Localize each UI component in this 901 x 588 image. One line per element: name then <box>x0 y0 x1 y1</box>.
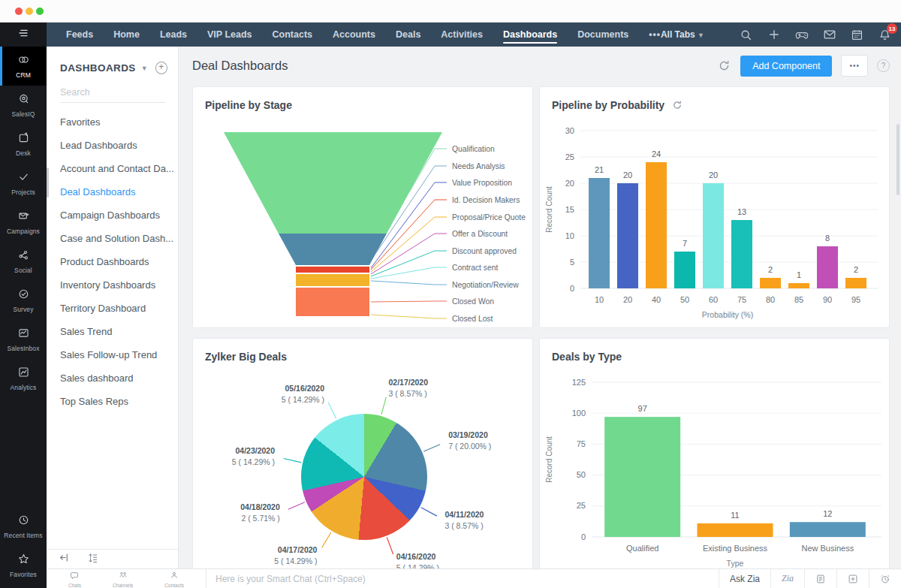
rail-item-social[interactable]: Social <box>0 242 47 281</box>
calendar-icon[interactable] <box>851 28 864 41</box>
bar-qualified[interactable] <box>604 417 680 537</box>
tab-vip-leads[interactable]: VIP Leads <box>207 23 252 47</box>
bar-40[interactable] <box>646 162 667 288</box>
quick-create-icon[interactable] <box>767 28 781 41</box>
reminder-clock-icon[interactable] <box>869 569 901 588</box>
notes-icon[interactable] <box>804 569 836 588</box>
sidebar-item-case-and-solution-dash[interactable]: Case and Solution Dash... <box>47 227 178 250</box>
sidebar-item-lead-dashboards[interactable]: Lead Dashboards <box>47 134 178 157</box>
pie-leader-line <box>421 508 437 516</box>
x-tick-label: 90 <box>823 295 832 304</box>
bar-85[interactable] <box>788 283 809 288</box>
bar-95[interactable] <box>845 278 866 288</box>
tab-leads[interactable]: Leads <box>160 23 187 47</box>
sidebar-item-campaign-dashboards[interactable]: Campaign Dashboards <box>47 204 178 227</box>
tab-feeds[interactable]: Feeds <box>66 23 93 47</box>
gamescope-icon[interactable] <box>795 28 809 41</box>
dashboards-sidebar: DASHBOARDS ▼ + FavoritesLead DashboardsA… <box>47 47 179 568</box>
bar-90[interactable] <box>817 246 838 288</box>
all-tabs-dropdown[interactable]: All Tabs ▼ <box>661 29 704 40</box>
bar-existing-business[interactable] <box>698 523 773 537</box>
bar-new-business[interactable] <box>790 522 866 537</box>
smart-chat-input[interactable] <box>206 574 719 584</box>
funnel-segment[interactable] <box>296 288 369 316</box>
bar-50[interactable] <box>674 252 695 288</box>
tab-dashboards[interactable]: Dashboards <box>503 23 557 47</box>
tab-activities[interactable]: Activities <box>441 23 483 47</box>
bar-60[interactable] <box>703 183 724 288</box>
rail-item-favorites[interactable]: Favorites <box>0 546 47 585</box>
sidebar-item-territory-dashboard[interactable]: Territory Dashboard <box>47 297 178 320</box>
chats-icon <box>70 569 79 583</box>
app-menu-button[interactable] <box>0 23 47 47</box>
sidebar-item-inventory-dashboards[interactable]: Inventory Dashboards <box>47 273 178 297</box>
notifications-bell-icon[interactable]: 13 <box>878 28 892 41</box>
dock-chats[interactable]: Chats <box>68 569 81 588</box>
help-button[interactable]: ? <box>877 59 890 72</box>
chart-refresh-icon[interactable] <box>672 100 683 111</box>
sidebar-title-caret-icon[interactable]: ▼ <box>141 65 148 72</box>
search-icon[interactable] <box>740 28 753 41</box>
dashboard-search-input[interactable] <box>60 85 165 103</box>
sidebar-item-sales-follow-up-trend[interactable]: Sales Follow-up Trend <box>47 343 178 366</box>
tab-accounts[interactable]: Accounts <box>333 23 375 47</box>
bar-75[interactable] <box>731 220 752 288</box>
minimize-window-button[interactable] <box>26 8 33 15</box>
rail-item-campaigns[interactable]: Campaigns <box>0 203 47 242</box>
funnel-segment[interactable] <box>279 234 387 265</box>
bar-80[interactable] <box>760 278 781 288</box>
refresh-dashboard-icon[interactable] <box>718 59 731 73</box>
app-rail: CRMSalesIQDeskProjectsCampaignsSocialSur… <box>0 47 47 588</box>
funnel-stage-label: Proposal/Price Quote <box>452 213 526 222</box>
sidebar-item-account-and-contact-da[interactable]: Account and Contact Da... <box>47 157 178 180</box>
rail-item-analytics[interactable]: Analytics <box>0 359 47 398</box>
tabs-overflow-button[interactable]: ••• <box>649 23 661 47</box>
bar-10[interactable] <box>589 178 610 288</box>
analytics-icon <box>17 366 30 381</box>
chevron-down-icon: ▼ <box>698 32 704 39</box>
funnel-segment[interactable] <box>296 267 369 273</box>
add-box-icon[interactable] <box>836 569 869 588</box>
funnel-segment[interactable] <box>224 132 442 234</box>
funnel-leader-line <box>371 281 447 285</box>
funnel-segment[interactable] <box>296 274 369 286</box>
sidebar-item-product-dashboards[interactable]: Product Dashboards <box>47 250 178 273</box>
close-window-button[interactable] <box>15 8 23 15</box>
sidebar-item-sales-trend[interactable]: Sales Trend <box>47 320 178 343</box>
main-scrollbar[interactable] <box>896 124 899 195</box>
sidebar-item-top-sales-reps[interactable]: Top Sales Reps <box>47 390 178 413</box>
bar-20[interactable] <box>617 183 638 288</box>
sidebar-item-sales-dashboard[interactable]: Sales dashboard <box>47 366 178 390</box>
bar-value-label: 2 <box>768 265 773 274</box>
y-tick-label: 0 <box>570 284 574 293</box>
rail-item-salesiq[interactable]: SalesIQ <box>0 86 47 125</box>
pie-slice-label-02-17-2020: 02/17/20203 ( 8.57% ) <box>388 377 428 400</box>
sidebar-item-favorites[interactable]: Favorites <box>47 110 178 134</box>
bar-value-label: 21 <box>595 165 604 174</box>
maximize-window-button[interactable] <box>36 8 44 15</box>
rail-item-projects[interactable]: Projects <box>0 164 47 203</box>
add-dashboard-button[interactable]: + <box>155 62 167 74</box>
sort-list-icon[interactable] <box>86 552 98 567</box>
tab-home[interactable]: Home <box>113 23 140 47</box>
sidebar-item-deal-dashboards[interactable]: Deal Dashboards <box>47 180 178 204</box>
ask-zia-button[interactable]: Ask Zia <box>719 569 770 588</box>
dock-channels[interactable]: Channels <box>113 569 133 588</box>
rail-item-salesinbox[interactable]: SalesInbox <box>0 320 47 359</box>
zia-logo[interactable]: Zia <box>770 569 804 588</box>
pie-chart[interactable] <box>301 414 427 540</box>
collapse-sidebar-icon[interactable] <box>59 552 70 566</box>
rail-item-desk[interactable]: Desk <box>0 125 47 164</box>
tab-contacts[interactable]: Contacts <box>273 23 312 47</box>
rail-item-crm[interactable]: CRM <box>0 47 47 86</box>
tab-documents[interactable]: Documents <box>577 23 628 47</box>
dock-contacts[interactable]: Contacts <box>164 569 184 588</box>
rail-item-recent-items[interactable]: Recent Items <box>0 507 47 546</box>
tab-deals[interactable]: Deals <box>396 23 420 47</box>
sidebar-scrollbar[interactable] <box>47 167 49 198</box>
smart-chat-bar: ChatsChannelsContacts Ask Zia Zia <box>47 568 901 588</box>
add-component-button[interactable]: Add Component <box>740 56 832 77</box>
rail-item-survey[interactable]: Survey <box>0 281 47 320</box>
mail-icon[interactable] <box>823 28 836 41</box>
dashboard-more-button[interactable]: ••• <box>841 55 868 77</box>
